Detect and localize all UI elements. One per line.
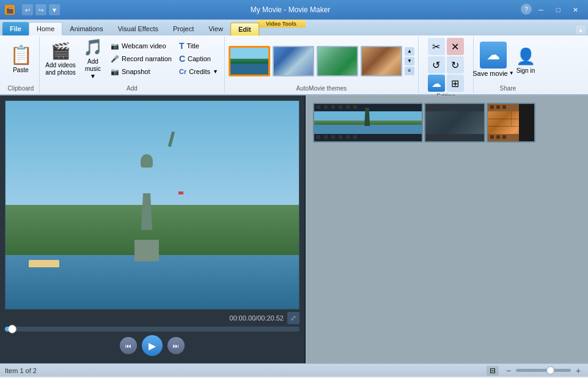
- automovie-label: AutoMovie themes: [229, 84, 414, 92]
- theme-2-preview: [274, 47, 313, 75]
- theme-1-preview: [230, 48, 268, 75]
- sky-bg: [6, 101, 299, 205]
- save-movie-button[interactable]: ☁ Save movie ▼: [477, 40, 509, 82]
- film-holes-bottom-2: [425, 135, 484, 140]
- theme-3-preview: [318, 47, 357, 75]
- redo-btn[interactable]: ↪: [35, 4, 46, 15]
- sign-in-icon: 👤: [516, 47, 535, 66]
- editing-row-3: ☁ ⊞: [428, 75, 464, 92]
- close-button[interactable]: ✕: [567, 4, 583, 16]
- qat-dropdown-btn[interactable]: ▼: [49, 4, 60, 15]
- seek-thumb[interactable]: [8, 325, 17, 333]
- ribbon-group-automovie: ▲ ▼ ≡ AutoMovie themes: [225, 37, 419, 93]
- tab-view[interactable]: View: [201, 22, 230, 35]
- grid-view-btn[interactable]: ⊞: [447, 75, 464, 92]
- ribbon-group-share: ☁ Save movie ▼ 👤 Sign in Share: [474, 37, 542, 93]
- title-icon: T: [179, 41, 185, 51]
- tab-animations[interactable]: Animations: [62, 22, 110, 35]
- tab-home[interactable]: Home: [29, 22, 62, 35]
- add-videos-button[interactable]: 🎬 Add videosand photos: [43, 38, 78, 80]
- ribbon-expand-btn[interactable]: ▲: [576, 26, 586, 34]
- snapshot-button[interactable]: 📷 Snapshot: [108, 65, 174, 78]
- status-item-info: Item 1 of 2: [5, 367, 37, 374]
- add-videos-label: Add videosand photos: [45, 62, 76, 76]
- webcam-button[interactable]: 📷 Webcam video: [108, 40, 174, 52]
- video-canvas: [5, 100, 300, 309]
- film-clip-3[interactable]: [487, 103, 535, 143]
- snapshot-icon: 📷: [111, 68, 119, 76]
- snapshot-label: Snapshot: [122, 68, 150, 75]
- playback-controls: ⏮ ▶ ⏭: [5, 335, 300, 356]
- themes-scroll-down[interactable]: ▼: [405, 57, 414, 65]
- editing-content: ✂ ✕ ↺ ↻ ☁ ⊞: [428, 38, 464, 92]
- theme-item-1[interactable]: [229, 46, 270, 76]
- rotate-right-button[interactable]: ↻: [447, 56, 464, 73]
- narration-button[interactable]: 🎤 Record narration: [108, 53, 174, 65]
- narration-label: Record narration: [122, 55, 172, 62]
- fullscreen-button[interactable]: ⤢: [287, 312, 300, 324]
- tab-visual-effects[interactable]: Visual Effects: [111, 22, 166, 35]
- add-music-icon: 🎵: [83, 38, 103, 57]
- paste-icon: 📋: [10, 44, 32, 65]
- status-bar: Item 1 of 2 ⊟ − +: [0, 363, 588, 377]
- zoom-thumb[interactable]: [546, 366, 554, 374]
- film-clip-2[interactable]: [424, 103, 485, 143]
- title-button[interactable]: T Title: [177, 40, 221, 52]
- credits-icon: Cr: [179, 68, 186, 75]
- credits-label: Credits: [189, 68, 210, 75]
- maximize-button[interactable]: □: [550, 4, 566, 16]
- trim-button[interactable]: ✂: [428, 38, 445, 55]
- ribbon-content: 📋 Paste Clipboard 🎬 Add videosand photos…: [0, 35, 588, 95]
- main-area: 00:00.00/00:20.52 ⤢ ⏮ ▶ ⏭: [0, 95, 588, 363]
- editing-row-2: ↺ ↻: [428, 56, 464, 73]
- seek-bar[interactable]: [5, 327, 300, 332]
- add-label: Add: [43, 84, 221, 92]
- film-clip-1[interactable]: [313, 103, 423, 143]
- add-content: 🎬 Add videosand photos 🎵 Addmusic ▼ 📷 We…: [43, 38, 221, 84]
- sign-in-button[interactable]: 👤 Sign in: [513, 40, 538, 82]
- themes-more[interactable]: ≡: [405, 67, 414, 75]
- zoom-slider[interactable]: [516, 369, 571, 372]
- themes-nav: ▲ ▼ ≡: [405, 47, 414, 75]
- add-small-buttons: 📷 Webcam video 🎤 Record narration 📷 Snap…: [108, 38, 174, 80]
- cloud-save-btn[interactable]: ☁: [428, 75, 445, 92]
- video-tools-context-label: Video Tools: [257, 20, 306, 28]
- caption-icon: C: [179, 54, 185, 64]
- rotate-left-button[interactable]: ↺: [428, 56, 445, 73]
- minimize-button[interactable]: ─: [533, 4, 549, 16]
- tab-edit[interactable]: Edit: [230, 23, 259, 36]
- clipboard-label: Clipboard: [6, 84, 35, 92]
- themes-scroll-up[interactable]: ▲: [405, 47, 414, 56]
- prev-frame-button[interactable]: ⏮: [120, 337, 137, 354]
- undo-btn[interactable]: ↩: [22, 4, 33, 15]
- ribbon-group-add: 🎬 Add videosand photos 🎵 Addmusic ▼ 📷 We…: [40, 37, 225, 93]
- sign-in-label: Sign in: [516, 67, 535, 75]
- title-buttons: T Title C Caption Cr Credits ▼: [177, 38, 221, 80]
- narration-icon: 🎤: [111, 55, 119, 63]
- caption-button[interactable]: C Caption: [177, 53, 221, 65]
- theme-4-preview: [362, 47, 401, 75]
- ribbon-tab-bar: Video Tools File Home Animations Visual …: [0, 20, 588, 35]
- next-frame-button[interactable]: ⏭: [167, 337, 185, 354]
- zoom-out-button[interactable]: −: [504, 366, 513, 376]
- tab-project[interactable]: Project: [166, 22, 201, 35]
- zoom-control: − +: [504, 366, 583, 376]
- share-content: ☁ Save movie ▼ 👤 Sign in: [477, 38, 538, 84]
- theme-item-2[interactable]: [273, 46, 314, 76]
- help-button[interactable]: ?: [521, 4, 532, 15]
- add-music-button[interactable]: 🎵 Addmusic ▼: [80, 38, 106, 80]
- zoom-in-button[interactable]: +: [573, 366, 583, 376]
- play-pause-button[interactable]: ▶: [142, 335, 163, 356]
- theme-item-3[interactable]: [317, 46, 358, 76]
- clip-3-end: [519, 104, 534, 141]
- save-movie-label: Save movie ▼: [472, 70, 513, 77]
- credits-button[interactable]: Cr Credits ▼: [177, 65, 221, 78]
- delete-button[interactable]: ✕: [447, 38, 464, 55]
- statue-pedestal: [134, 240, 159, 261]
- editing-row-1: ✂ ✕: [428, 38, 464, 55]
- tab-file[interactable]: File: [2, 22, 29, 35]
- paste-button[interactable]: 📋 Paste: [6, 38, 35, 80]
- time-display: 00:00.00/00:20.52: [229, 314, 284, 322]
- storyboard-toggle[interactable]: ⊟: [487, 366, 499, 376]
- theme-item-4[interactable]: [361, 46, 402, 76]
